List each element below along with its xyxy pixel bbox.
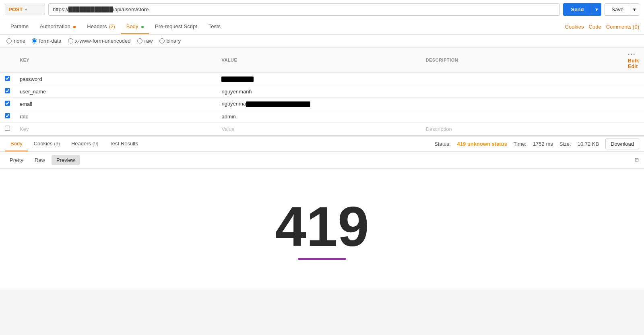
send-button-group: Send ▾ xyxy=(563,3,602,16)
tab-headers[interactable]: Headers (2) xyxy=(81,19,120,34)
col-header-checkbox xyxy=(0,48,15,73)
request-tabs: Params Authorization Headers (2) Body Pr… xyxy=(0,19,644,35)
copy-icon[interactable]: ⧉ xyxy=(635,157,639,164)
cookies-link[interactable]: Cookies xyxy=(565,24,584,30)
right-links: Cookies Code Comments (0) xyxy=(565,24,639,30)
desc-cell[interactable] xyxy=(421,73,623,85)
redacted-email xyxy=(246,101,310,107)
method-chevron-icon: ▾ xyxy=(25,7,27,12)
view-tabs: Pretty Raw Preview ⧉ xyxy=(0,152,644,169)
body-options: none form-data x-www-form-urlencoded raw… xyxy=(0,35,644,48)
key-placeholder[interactable]: Key xyxy=(15,123,217,135)
key-cell[interactable]: email xyxy=(15,98,217,110)
table-row: email nguyenma xyxy=(0,98,644,110)
resp-tab-test-results[interactable]: Test Results xyxy=(104,136,144,151)
table-row: password xyxy=(0,73,644,85)
body-dot xyxy=(141,26,144,28)
col-header-value: VALUE xyxy=(217,48,421,73)
table-row-empty: Key Value Description xyxy=(0,123,644,135)
desc-cell[interactable] xyxy=(421,85,623,98)
tab-params[interactable]: Params xyxy=(5,19,34,34)
option-form-data[interactable]: form-data xyxy=(32,38,62,44)
col-header-desc: DESCRIPTION xyxy=(421,48,623,73)
row-checkbox[interactable] xyxy=(5,101,10,106)
response-status-bar: Status: 419 unknown status Time: 1752 ms… xyxy=(434,139,639,149)
code-link[interactable]: Code xyxy=(589,24,601,30)
save-dropdown-button[interactable]: ▾ xyxy=(630,4,639,15)
authorization-dot xyxy=(73,26,76,28)
value-placeholder[interactable]: Value xyxy=(217,123,421,135)
table-row: role admin xyxy=(0,110,644,123)
value-cell[interactable] xyxy=(217,73,421,85)
option-urlencoded[interactable]: x-www-form-urlencoded xyxy=(68,38,131,44)
save-button[interactable]: Save xyxy=(605,4,630,15)
option-none[interactable]: none xyxy=(6,38,25,44)
size-label: Size: xyxy=(559,141,571,147)
value-cell[interactable]: nguyenmanh xyxy=(217,85,421,98)
cookies-response-badge: (3) xyxy=(54,141,60,147)
save-button-group: Save ▾ xyxy=(605,3,639,16)
send-button[interactable]: Send xyxy=(563,3,592,16)
bulk-edit-button[interactable]: Bulk Edit xyxy=(628,58,639,69)
col-header-key: KEY xyxy=(15,48,217,73)
time-value: 1752 ms xyxy=(533,141,553,147)
option-raw[interactable]: raw xyxy=(137,38,153,44)
view-tab-raw[interactable]: Raw xyxy=(30,155,50,165)
download-button[interactable]: Download xyxy=(605,139,639,149)
row-checkbox-empty[interactable] xyxy=(5,126,10,131)
redacted-value xyxy=(221,77,254,82)
status-value: 419 unknown status xyxy=(457,141,507,147)
response-body-content: 419 xyxy=(0,169,644,290)
params-table: KEY VALUE DESCRIPTION ··· Bulk Edit pass… xyxy=(0,48,644,135)
method-selector[interactable]: POST ▾ xyxy=(5,4,45,15)
row-checkbox[interactable] xyxy=(5,113,10,118)
tab-body[interactable]: Body xyxy=(121,19,149,34)
desc-cell[interactable] xyxy=(421,98,623,110)
key-cell[interactable]: password xyxy=(15,73,217,85)
desc-placeholder[interactable]: Description xyxy=(421,123,623,135)
row-checkbox[interactable] xyxy=(5,76,10,81)
size-value: 10.72 KB xyxy=(578,141,599,147)
desc-cell[interactable] xyxy=(421,110,623,123)
view-tab-preview[interactable]: Preview xyxy=(52,155,80,165)
comments-link[interactable]: Comments (0) xyxy=(606,24,639,30)
col-header-actions: ··· Bulk Edit xyxy=(623,48,644,73)
resp-tab-headers[interactable]: Headers (9) xyxy=(66,136,104,151)
response-tabs-bar: Body Cookies (3) Headers (9) Test Result… xyxy=(0,136,644,152)
top-bar: POST ▾ Send ▾ Save ▾ xyxy=(0,0,644,19)
value-cell[interactable]: nguyenma xyxy=(217,98,421,110)
headers-response-badge: (9) xyxy=(93,141,99,147)
time-label: Time: xyxy=(514,141,526,147)
status-label: Status: xyxy=(434,141,450,147)
send-dropdown-button[interactable]: ▾ xyxy=(592,3,601,16)
tab-authorization[interactable]: Authorization xyxy=(34,19,82,34)
key-cell[interactable]: role xyxy=(15,110,217,123)
row-checkbox[interactable] xyxy=(5,88,10,93)
key-cell[interactable]: user_name xyxy=(15,85,217,98)
response-section: Body Cookies (3) Headers (9) Test Result… xyxy=(0,135,644,290)
more-options-icon[interactable]: ··· xyxy=(628,51,636,58)
error-code: 419 xyxy=(275,199,369,255)
headers-badge: (2) xyxy=(109,24,115,29)
url-input[interactable] xyxy=(48,3,560,16)
method-label: POST xyxy=(8,6,23,12)
tab-pre-request[interactable]: Pre-request Script xyxy=(149,19,203,34)
table-row: user_name nguyenmanh xyxy=(0,85,644,98)
tab-tests[interactable]: Tests xyxy=(203,19,226,34)
value-cell[interactable]: admin xyxy=(217,110,421,123)
option-binary[interactable]: binary xyxy=(159,38,181,44)
error-underline xyxy=(298,258,346,260)
resp-tab-cookies[interactable]: Cookies (3) xyxy=(28,136,66,151)
resp-tab-body[interactable]: Body xyxy=(5,136,28,151)
view-tab-pretty[interactable]: Pretty xyxy=(5,155,28,165)
